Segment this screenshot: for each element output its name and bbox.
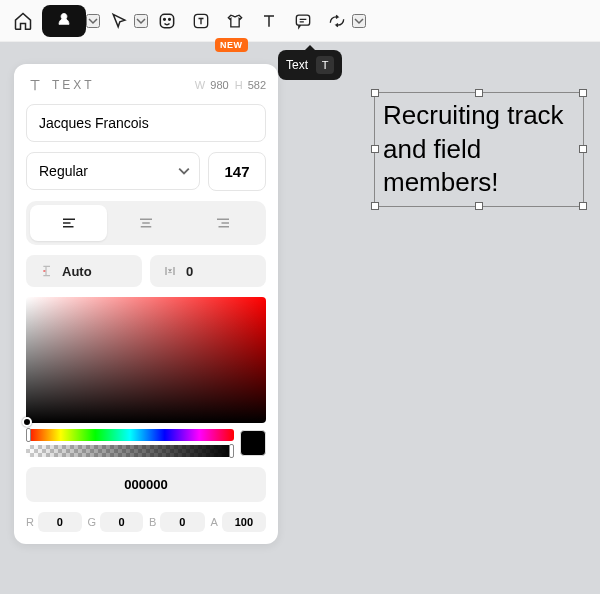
chevron-down-icon [88, 16, 98, 26]
resize-handle-bl[interactable] [371, 202, 379, 210]
resize-handle-br[interactable] [579, 202, 587, 210]
height-value: 582 [248, 79, 266, 91]
tooltip-label: Text [286, 58, 308, 72]
hex-input[interactable] [26, 467, 266, 502]
alpha-slider[interactable] [26, 445, 234, 457]
a-value[interactable]: 100 [222, 512, 266, 532]
alpha-thumb[interactable] [229, 444, 234, 458]
height-label: H [235, 79, 243, 91]
face-button[interactable] [152, 6, 182, 36]
b-label: B [149, 516, 156, 528]
b-value[interactable]: 0 [160, 512, 204, 532]
template-button[interactable] [42, 5, 86, 37]
panel-header: TEXT W 980 H 582 [26, 76, 266, 94]
width-label: W [195, 79, 205, 91]
resize-handle-tm[interactable] [475, 89, 483, 97]
line-height-value: Auto [62, 264, 92, 279]
svg-point-1 [164, 18, 166, 20]
svg-point-2 [169, 18, 171, 20]
hue-slider[interactable] [26, 429, 234, 441]
text-align-segment [26, 201, 266, 245]
align-center-icon [137, 214, 155, 232]
chevron-down-icon [354, 16, 364, 26]
panel-text-icon [191, 11, 211, 31]
apparel-button[interactable] [220, 6, 250, 36]
shapes-tool-group [322, 6, 366, 36]
a-label: A [211, 516, 218, 528]
text-properties-panel: TEXT W 980 H 582 Auto 0 [14, 64, 278, 544]
canvas-text-content[interactable]: Recruiting track and field members! [383, 100, 564, 197]
letter-spacing-icon [162, 263, 178, 279]
face-icon [157, 11, 177, 31]
g-value[interactable]: 0 [100, 512, 143, 532]
text-icon [259, 11, 279, 31]
panel-text-button[interactable] [186, 6, 216, 36]
template-dropdown[interactable] [86, 14, 100, 28]
panel-title: TEXT [26, 76, 95, 94]
resize-handle-ml[interactable] [371, 145, 379, 153]
shapes-dropdown[interactable] [352, 14, 366, 28]
select-tool-group [104, 6, 148, 36]
font-size-input[interactable] [208, 152, 266, 191]
person-silhouette-icon [54, 11, 74, 31]
cursor-dropdown[interactable] [134, 14, 148, 28]
speech-bubble-icon [293, 11, 313, 31]
tooltip-shortcut: T [316, 56, 334, 74]
new-badge: NEW [215, 38, 248, 52]
rgba-inputs: R0 G0 B0 A100 [26, 512, 266, 532]
cursor-button[interactable] [104, 6, 134, 36]
template-tool-group [42, 5, 100, 37]
align-left-icon [60, 214, 78, 232]
text-icon [26, 76, 44, 94]
color-swatch[interactable] [240, 430, 266, 456]
letter-spacing-control[interactable]: 0 [150, 255, 266, 287]
color-saturation-area[interactable] [26, 297, 266, 423]
home-icon [13, 11, 33, 31]
font-weight-select[interactable] [26, 152, 200, 191]
r-value[interactable]: 0 [38, 512, 82, 532]
resize-handle-mr[interactable] [579, 145, 587, 153]
line-height-control[interactable]: Auto [26, 255, 142, 287]
align-left-button[interactable] [30, 205, 107, 241]
shapes-icon [327, 11, 347, 31]
top-toolbar [0, 0, 600, 42]
width-value: 980 [210, 79, 228, 91]
text-tool-tooltip: Text T [278, 50, 342, 80]
home-button[interactable] [8, 6, 38, 36]
svg-rect-4 [296, 15, 309, 25]
line-height-icon [38, 263, 54, 279]
dimensions: W 980 H 582 [195, 79, 266, 91]
font-family-input[interactable] [26, 104, 266, 142]
g-label: G [88, 516, 97, 528]
svg-rect-0 [160, 14, 173, 27]
letter-spacing-value: 0 [186, 264, 193, 279]
canvas-text-object[interactable]: Recruiting track and field members! [374, 92, 584, 207]
color-picker-thumb[interactable] [22, 417, 32, 427]
align-right-button[interactable] [185, 205, 262, 241]
tshirt-icon [225, 11, 245, 31]
align-right-icon [214, 214, 232, 232]
cursor-icon [109, 11, 129, 31]
speech-button[interactable] [288, 6, 318, 36]
text-tool-button[interactable] [254, 6, 284, 36]
resize-handle-bm[interactable] [475, 202, 483, 210]
r-label: R [26, 516, 34, 528]
font-weight-value[interactable] [26, 152, 200, 190]
align-center-button[interactable] [107, 205, 184, 241]
shapes-button[interactable] [322, 6, 352, 36]
panel-title-text: TEXT [52, 78, 95, 92]
hue-thumb[interactable] [26, 428, 31, 442]
resize-handle-tl[interactable] [371, 89, 379, 97]
chevron-down-icon [136, 16, 146, 26]
resize-handle-tr[interactable] [579, 89, 587, 97]
